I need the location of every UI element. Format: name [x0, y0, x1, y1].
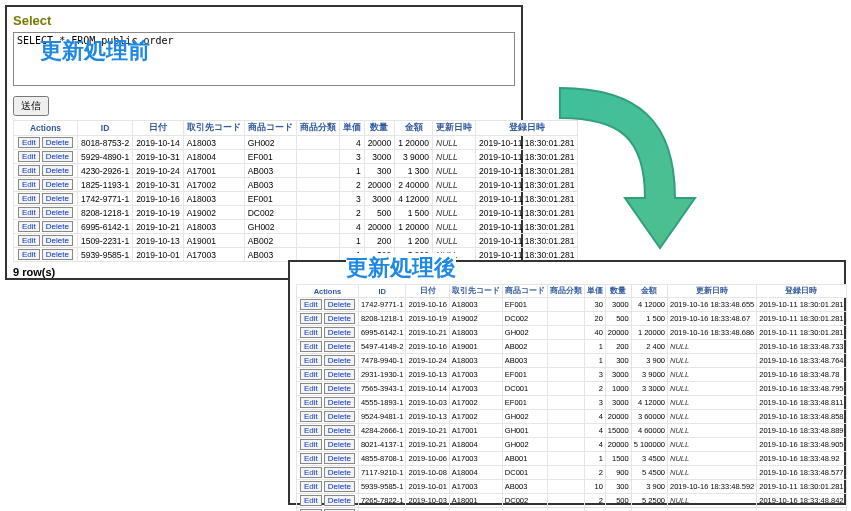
delete-button[interactable]: Delete [324, 425, 355, 436]
cell-price: 4 [339, 136, 364, 150]
cell-partner: A19001 [449, 340, 502, 354]
delete-button[interactable]: Delete [42, 165, 73, 176]
cell-amt: 3 3000 [631, 382, 667, 396]
submit-button[interactable]: 送信 [13, 96, 49, 116]
cell-product: GH002 [502, 326, 547, 340]
edit-button[interactable]: Edit [300, 411, 322, 422]
edit-button[interactable]: Edit [300, 299, 322, 310]
edit-button[interactable]: Edit [18, 235, 40, 246]
cell-cat [296, 220, 339, 234]
cell-partner: A18003 [183, 220, 244, 234]
delete-button[interactable]: Delete [42, 235, 73, 246]
table-row: EditDelete4230-2926-12019-10-24A17001AB0… [14, 164, 578, 178]
delete-button[interactable]: Delete [324, 299, 355, 310]
cell-upd: 2019-10-16 18:33:48.655 [668, 298, 757, 312]
cell-price: 20 [584, 312, 605, 326]
cell-id: 7565-3943-1 [358, 382, 406, 396]
cell-date: 2019-10-24 [133, 164, 183, 178]
edit-button[interactable]: Edit [300, 425, 322, 436]
cell-product: GH001 [502, 424, 547, 438]
delete-button[interactable]: Delete [324, 369, 355, 380]
edit-button[interactable]: Edit [300, 439, 322, 450]
delete-button[interactable]: Delete [324, 495, 355, 506]
cell-amt: 4 12000 [631, 298, 667, 312]
edit-button[interactable]: Edit [18, 165, 40, 176]
col-header: 単価 [584, 285, 605, 298]
cell-partner: A17002 [449, 396, 502, 410]
delete-button[interactable]: Delete [42, 193, 73, 204]
cell-reg: 2019-10-16 18:33:48.936 [757, 508, 846, 512]
cell-date: 2019-10-16 [133, 192, 183, 206]
cell-date: 2019-10-19 [406, 312, 449, 326]
edit-button[interactable]: Edit [18, 137, 40, 148]
delete-button[interactable]: Delete [324, 439, 355, 450]
cell-cat [547, 368, 584, 382]
cell-date: 2019-10-14 [133, 136, 183, 150]
col-header: 商品分類 [547, 285, 584, 298]
cell-qty: 1500 [605, 452, 631, 466]
col-header: 金額 [631, 285, 667, 298]
cell-id: 2931-1930-1 [358, 368, 406, 382]
table-row: EditDelete8018-8753-22019-10-14A18003GH0… [14, 136, 578, 150]
delete-button[interactable]: Delete [324, 453, 355, 464]
edit-button[interactable]: Edit [18, 221, 40, 232]
edit-button[interactable]: Edit [300, 355, 322, 366]
cell-cat [547, 340, 584, 354]
cell-date: 2019-10-01 [406, 480, 449, 494]
delete-button[interactable]: Delete [42, 179, 73, 190]
cell-cat [296, 178, 339, 192]
delete-button[interactable]: Delete [324, 355, 355, 366]
edit-button[interactable]: Edit [18, 179, 40, 190]
edit-button[interactable]: Edit [300, 341, 322, 352]
cell-product: EF001 [244, 150, 296, 164]
delete-button[interactable]: Delete [324, 467, 355, 478]
table-row: EditDelete4855-8708-12019-10-06A17003AB0… [297, 452, 847, 466]
cell-price: 1 [584, 340, 605, 354]
sql-input[interactable] [13, 32, 515, 86]
cell-id: 4230-2926-1 [77, 164, 132, 178]
delete-button[interactable]: Delete [42, 151, 73, 162]
cell-date: 2019-10-03 [406, 494, 449, 508]
cell-amt: 2 400 [631, 340, 667, 354]
cell-amt: 3 900 [631, 480, 667, 494]
cell-partner: A18004 [183, 150, 244, 164]
cell-partner: A17002 [183, 178, 244, 192]
edit-button[interactable]: Edit [300, 313, 322, 324]
delete-button[interactable]: Delete [324, 327, 355, 338]
edit-button[interactable]: Edit [300, 397, 322, 408]
edit-button[interactable]: Edit [300, 369, 322, 380]
cell-upd: 2019-10-16 18:33:48.67 [668, 312, 757, 326]
edit-button[interactable]: Edit [300, 481, 322, 492]
cell-partner: A19001 [183, 234, 244, 248]
edit-button[interactable]: Edit [18, 193, 40, 204]
delete-button[interactable]: Delete [324, 397, 355, 408]
delete-button[interactable]: Delete [324, 313, 355, 324]
delete-button[interactable]: Delete [324, 481, 355, 492]
edit-button[interactable]: Edit [18, 207, 40, 218]
edit-button[interactable]: Edit [300, 453, 322, 464]
delete-button[interactable]: Delete [42, 221, 73, 232]
delete-button[interactable]: Delete [324, 383, 355, 394]
cell-id: 7117-9210-1 [358, 466, 406, 480]
delete-button[interactable]: Delete [324, 341, 355, 352]
edit-button[interactable]: Edit [18, 249, 40, 260]
cell-qty: 1000 [605, 382, 631, 396]
table-row: EditDelete1742-9771-12019-10-16A18003EF0… [297, 298, 847, 312]
delete-button[interactable]: Delete [42, 137, 73, 148]
cell-upd: NULL [668, 368, 757, 382]
before-table: ActionsID日付取引先コード商品コード商品分類単価数量金額更新日時登録日時… [13, 120, 578, 262]
edit-button[interactable]: Edit [18, 151, 40, 162]
delete-button[interactable]: Delete [42, 249, 73, 260]
delete-button[interactable]: Delete [324, 411, 355, 422]
edit-button[interactable]: Edit [300, 467, 322, 478]
edit-button[interactable]: Edit [300, 327, 322, 338]
cell-partner: A17003 [449, 480, 502, 494]
cell-cat [547, 326, 584, 340]
cell-date: 2019-10-03 [406, 396, 449, 410]
cell-partner: A19002 [183, 206, 244, 220]
cell-amt: 3 9000 [631, 368, 667, 382]
delete-button[interactable]: Delete [42, 207, 73, 218]
edit-button[interactable]: Edit [300, 383, 322, 394]
edit-button[interactable]: Edit [300, 495, 322, 506]
cell-qty: 20000 [364, 220, 395, 234]
